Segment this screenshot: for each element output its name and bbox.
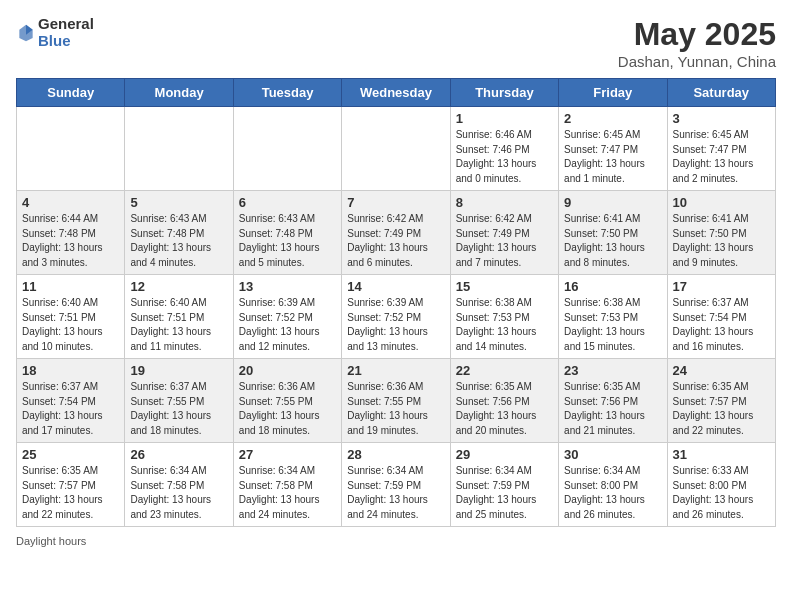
month-year-title: May 2025 bbox=[618, 16, 776, 53]
day-info: Sunrise: 6:38 AM Sunset: 7:53 PM Dayligh… bbox=[456, 296, 553, 354]
calendar-cell-2-4: 15Sunrise: 6:38 AM Sunset: 7:53 PM Dayli… bbox=[450, 275, 558, 359]
logo: General Blue bbox=[16, 16, 94, 49]
day-number: 23 bbox=[564, 363, 661, 378]
day-info: Sunrise: 6:34 AM Sunset: 7:59 PM Dayligh… bbox=[456, 464, 553, 522]
week-row-5: 25Sunrise: 6:35 AM Sunset: 7:57 PM Dayli… bbox=[17, 443, 776, 527]
day-info: Sunrise: 6:35 AM Sunset: 7:57 PM Dayligh… bbox=[673, 380, 770, 438]
location-subtitle: Dashan, Yunnan, China bbox=[618, 53, 776, 70]
day-info: Sunrise: 6:34 AM Sunset: 7:58 PM Dayligh… bbox=[239, 464, 336, 522]
calendar-cell-4-1: 26Sunrise: 6:34 AM Sunset: 7:58 PM Dayli… bbox=[125, 443, 233, 527]
day-info: Sunrise: 6:40 AM Sunset: 7:51 PM Dayligh… bbox=[22, 296, 119, 354]
calendar-header-row: SundayMondayTuesdayWednesdayThursdayFrid… bbox=[17, 79, 776, 107]
calendar-cell-0-5: 2Sunrise: 6:45 AM Sunset: 7:47 PM Daylig… bbox=[559, 107, 667, 191]
day-info: Sunrise: 6:34 AM Sunset: 7:59 PM Dayligh… bbox=[347, 464, 444, 522]
day-info: Sunrise: 6:45 AM Sunset: 7:47 PM Dayligh… bbox=[564, 128, 661, 186]
header-friday: Friday bbox=[559, 79, 667, 107]
calendar-table: SundayMondayTuesdayWednesdayThursdayFrid… bbox=[16, 78, 776, 527]
day-info: Sunrise: 6:33 AM Sunset: 8:00 PM Dayligh… bbox=[673, 464, 770, 522]
week-row-4: 18Sunrise: 6:37 AM Sunset: 7:54 PM Dayli… bbox=[17, 359, 776, 443]
calendar-cell-3-5: 23Sunrise: 6:35 AM Sunset: 7:56 PM Dayli… bbox=[559, 359, 667, 443]
day-number: 17 bbox=[673, 279, 770, 294]
day-number: 12 bbox=[130, 279, 227, 294]
day-number: 27 bbox=[239, 447, 336, 462]
day-info: Sunrise: 6:36 AM Sunset: 7:55 PM Dayligh… bbox=[347, 380, 444, 438]
calendar-cell-1-3: 7Sunrise: 6:42 AM Sunset: 7:49 PM Daylig… bbox=[342, 191, 450, 275]
week-row-3: 11Sunrise: 6:40 AM Sunset: 7:51 PM Dayli… bbox=[17, 275, 776, 359]
calendar-cell-4-3: 28Sunrise: 6:34 AM Sunset: 7:59 PM Dayli… bbox=[342, 443, 450, 527]
calendar-cell-4-2: 27Sunrise: 6:34 AM Sunset: 7:58 PM Dayli… bbox=[233, 443, 341, 527]
day-number: 19 bbox=[130, 363, 227, 378]
calendar-cell-0-6: 3Sunrise: 6:45 AM Sunset: 7:47 PM Daylig… bbox=[667, 107, 775, 191]
logo-general: General bbox=[38, 16, 94, 33]
day-number: 1 bbox=[456, 111, 553, 126]
day-number: 9 bbox=[564, 195, 661, 210]
calendar-cell-2-5: 16Sunrise: 6:38 AM Sunset: 7:53 PM Dayli… bbox=[559, 275, 667, 359]
day-info: Sunrise: 6:38 AM Sunset: 7:53 PM Dayligh… bbox=[564, 296, 661, 354]
calendar-footer: Daylight hours bbox=[16, 535, 776, 547]
day-number: 11 bbox=[22, 279, 119, 294]
calendar-cell-4-6: 31Sunrise: 6:33 AM Sunset: 8:00 PM Dayli… bbox=[667, 443, 775, 527]
calendar-cell-0-3 bbox=[342, 107, 450, 191]
day-info: Sunrise: 6:40 AM Sunset: 7:51 PM Dayligh… bbox=[130, 296, 227, 354]
day-number: 18 bbox=[22, 363, 119, 378]
day-info: Sunrise: 6:45 AM Sunset: 7:47 PM Dayligh… bbox=[673, 128, 770, 186]
day-info: Sunrise: 6:42 AM Sunset: 7:49 PM Dayligh… bbox=[347, 212, 444, 270]
day-info: Sunrise: 6:34 AM Sunset: 8:00 PM Dayligh… bbox=[564, 464, 661, 522]
logo-icon bbox=[16, 23, 36, 43]
day-number: 15 bbox=[456, 279, 553, 294]
calendar-cell-3-2: 20Sunrise: 6:36 AM Sunset: 7:55 PM Dayli… bbox=[233, 359, 341, 443]
calendar-cell-3-4: 22Sunrise: 6:35 AM Sunset: 7:56 PM Dayli… bbox=[450, 359, 558, 443]
day-info: Sunrise: 6:42 AM Sunset: 7:49 PM Dayligh… bbox=[456, 212, 553, 270]
day-info: Sunrise: 6:43 AM Sunset: 7:48 PM Dayligh… bbox=[239, 212, 336, 270]
day-info: Sunrise: 6:35 AM Sunset: 7:56 PM Dayligh… bbox=[456, 380, 553, 438]
day-number: 29 bbox=[456, 447, 553, 462]
calendar-cell-3-3: 21Sunrise: 6:36 AM Sunset: 7:55 PM Dayli… bbox=[342, 359, 450, 443]
calendar-cell-3-0: 18Sunrise: 6:37 AM Sunset: 7:54 PM Dayli… bbox=[17, 359, 125, 443]
day-number: 31 bbox=[673, 447, 770, 462]
day-info: Sunrise: 6:44 AM Sunset: 7:48 PM Dayligh… bbox=[22, 212, 119, 270]
calendar-cell-2-3: 14Sunrise: 6:39 AM Sunset: 7:52 PM Dayli… bbox=[342, 275, 450, 359]
calendar-cell-1-4: 8Sunrise: 6:42 AM Sunset: 7:49 PM Daylig… bbox=[450, 191, 558, 275]
header-sunday: Sunday bbox=[17, 79, 125, 107]
title-block: May 2025 Dashan, Yunnan, China bbox=[618, 16, 776, 70]
calendar-cell-0-0 bbox=[17, 107, 125, 191]
calendar-cell-1-0: 4Sunrise: 6:44 AM Sunset: 7:48 PM Daylig… bbox=[17, 191, 125, 275]
calendar-cell-0-1 bbox=[125, 107, 233, 191]
header-tuesday: Tuesday bbox=[233, 79, 341, 107]
day-info: Sunrise: 6:43 AM Sunset: 7:48 PM Dayligh… bbox=[130, 212, 227, 270]
header-thursday: Thursday bbox=[450, 79, 558, 107]
day-number: 3 bbox=[673, 111, 770, 126]
day-info: Sunrise: 6:39 AM Sunset: 7:52 PM Dayligh… bbox=[347, 296, 444, 354]
logo-blue: Blue bbox=[38, 33, 94, 50]
day-number: 21 bbox=[347, 363, 444, 378]
day-number: 14 bbox=[347, 279, 444, 294]
calendar-cell-2-1: 12Sunrise: 6:40 AM Sunset: 7:51 PM Dayli… bbox=[125, 275, 233, 359]
calendar-cell-3-6: 24Sunrise: 6:35 AM Sunset: 7:57 PM Dayli… bbox=[667, 359, 775, 443]
day-number: 13 bbox=[239, 279, 336, 294]
day-number: 4 bbox=[22, 195, 119, 210]
calendar-cell-4-0: 25Sunrise: 6:35 AM Sunset: 7:57 PM Dayli… bbox=[17, 443, 125, 527]
day-number: 26 bbox=[130, 447, 227, 462]
day-number: 16 bbox=[564, 279, 661, 294]
header-saturday: Saturday bbox=[667, 79, 775, 107]
calendar-cell-3-1: 19Sunrise: 6:37 AM Sunset: 7:55 PM Dayli… bbox=[125, 359, 233, 443]
calendar-cell-1-1: 5Sunrise: 6:43 AM Sunset: 7:48 PM Daylig… bbox=[125, 191, 233, 275]
day-info: Sunrise: 6:36 AM Sunset: 7:55 PM Dayligh… bbox=[239, 380, 336, 438]
header-wednesday: Wednesday bbox=[342, 79, 450, 107]
calendar-cell-1-6: 10Sunrise: 6:41 AM Sunset: 7:50 PM Dayli… bbox=[667, 191, 775, 275]
calendar-cell-1-5: 9Sunrise: 6:41 AM Sunset: 7:50 PM Daylig… bbox=[559, 191, 667, 275]
header-monday: Monday bbox=[125, 79, 233, 107]
day-number: 10 bbox=[673, 195, 770, 210]
day-number: 5 bbox=[130, 195, 227, 210]
day-number: 7 bbox=[347, 195, 444, 210]
calendar-cell-0-2 bbox=[233, 107, 341, 191]
day-number: 28 bbox=[347, 447, 444, 462]
day-number: 24 bbox=[673, 363, 770, 378]
day-number: 2 bbox=[564, 111, 661, 126]
day-info: Sunrise: 6:37 AM Sunset: 7:55 PM Dayligh… bbox=[130, 380, 227, 438]
daylight-label: Daylight hours bbox=[16, 535, 86, 547]
calendar-cell-4-4: 29Sunrise: 6:34 AM Sunset: 7:59 PM Dayli… bbox=[450, 443, 558, 527]
page-header: General Blue May 2025 Dashan, Yunnan, Ch… bbox=[16, 16, 776, 70]
calendar-cell-2-6: 17Sunrise: 6:37 AM Sunset: 7:54 PM Dayli… bbox=[667, 275, 775, 359]
calendar-cell-0-4: 1Sunrise: 6:46 AM Sunset: 7:46 PM Daylig… bbox=[450, 107, 558, 191]
